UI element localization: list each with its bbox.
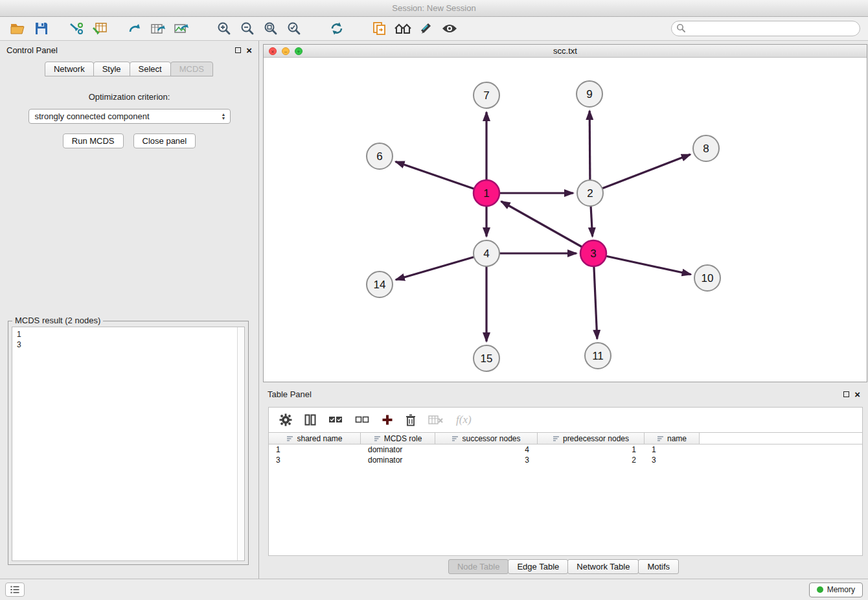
table-cell[interactable]: 1: [269, 444, 361, 455]
svg-text:11: 11: [592, 350, 604, 362]
delete-row-button[interactable]: [405, 414, 416, 426]
svg-text:15: 15: [481, 352, 493, 365]
node-table-container: f(x) shared nameMCDS rolesuccessor nodes…: [268, 407, 863, 556]
houses-button[interactable]: [393, 19, 413, 38]
graph-node-11[interactable]: 11: [585, 343, 611, 369]
graph-node-4[interactable]: 4: [474, 240, 499, 266]
mcds-result-line: 3: [17, 340, 233, 350]
refresh-view-button[interactable]: [326, 19, 347, 38]
show-columns-button[interactable]: [304, 414, 316, 426]
graph-edge-3-10[interactable]: [593, 253, 691, 275]
import-table-button[interactable]: [89, 19, 110, 38]
memory-button[interactable]: Memory: [809, 583, 863, 597]
table-tabs: Node TableEdge TableNetwork TableMotifs: [260, 559, 868, 574]
graph-node-8[interactable]: 8: [693, 135, 719, 161]
column-header-MCDS-role[interactable]: MCDS role: [361, 433, 435, 444]
control-tab-style[interactable]: Style: [93, 62, 130, 76]
graph-node-2[interactable]: 2: [577, 180, 603, 206]
show-graphics-details-button[interactable]: [439, 19, 460, 38]
export-network-icon: [128, 21, 142, 36]
graph-node-9[interactable]: 9: [577, 81, 602, 107]
zoom-fit-button[interactable]: [260, 19, 281, 38]
add-row-button[interactable]: [382, 414, 393, 426]
table-tab-edge-table[interactable]: Edge Table: [508, 559, 568, 574]
zoom-out-button[interactable]: [237, 19, 258, 38]
import-network-button[interactable]: [66, 19, 87, 38]
table-cell[interactable]: 1: [538, 444, 645, 455]
table-cell[interactable]: 3: [435, 455, 538, 465]
close-table-panel-icon[interactable]: ×: [854, 389, 860, 399]
export-image-button[interactable]: [171, 19, 192, 38]
table-cell[interactable]: 3: [645, 455, 700, 465]
graph-edge-4-14[interactable]: [396, 253, 486, 280]
table-header-row: shared nameMCDS rolesuccessor nodesprede…: [269, 432, 862, 444]
table-cell[interactable]: 3: [269, 455, 361, 465]
open-session-button[interactable]: [8, 19, 29, 38]
table-row[interactable]: 3dominator323: [269, 455, 862, 465]
zoom-selected-icon: [287, 21, 301, 36]
svg-text:10: 10: [702, 272, 714, 284]
search-input[interactable]: [671, 21, 860, 36]
graph-node-1[interactable]: 1: [474, 180, 499, 206]
table-cell[interactable]: 1: [645, 444, 700, 455]
column-header-name[interactable]: name: [645, 433, 700, 444]
graph-edge-3-1[interactable]: [501, 202, 593, 253]
graph-edge-2-8[interactable]: [590, 154, 691, 193]
zoom-selected-button[interactable]: [284, 19, 304, 38]
column-header-shared-name[interactable]: shared name: [269, 433, 361, 444]
graph-node-7[interactable]: 7: [474, 82, 499, 108]
deselect-all-button[interactable]: [355, 415, 369, 424]
control-tab-network[interactable]: Network: [45, 62, 94, 76]
criterion-dropdown[interactable]: strongly connected component ▲▼: [29, 109, 231, 124]
table-cell[interactable]: dominator: [361, 444, 435, 455]
save-session-button[interactable]: [31, 19, 52, 38]
column-header-label: name: [667, 434, 687, 443]
table-cell[interactable]: 4: [435, 444, 538, 455]
graph-node-14[interactable]: 14: [367, 271, 393, 297]
control-tab-mcds[interactable]: MCDS: [170, 62, 213, 76]
export-table-button[interactable]: [148, 19, 168, 38]
run-mcds-button[interactable]: Run MCDS: [63, 133, 124, 148]
graph-node-15[interactable]: 15: [474, 345, 499, 371]
graph-node-10[interactable]: 10: [694, 265, 720, 291]
sort-icon: [286, 435, 293, 442]
function-builder-button[interactable]: f(x): [456, 413, 472, 426]
network-window-titlebar: scc.txt × − +: [264, 45, 867, 58]
control-panel: Control Panel × NetworkStyleSelectMCDS O…: [0, 41, 259, 579]
float-table-panel-icon[interactable]: [843, 391, 849, 397]
clone-network-button[interactable]: [369, 19, 390, 38]
column-header-successor-nodes[interactable]: successor nodes: [435, 433, 538, 444]
table-cell[interactable]: 2: [538, 455, 645, 465]
result-scrollbar[interactable]: [237, 327, 244, 560]
sort-icon: [553, 435, 560, 442]
list-icon: [10, 586, 19, 594]
column-header-label: successor nodes: [462, 434, 520, 443]
table-row[interactable]: 1dominator411: [269, 444, 862, 455]
apply-style-button[interactable]: [416, 19, 437, 38]
close-panel-button[interactable]: Close panel: [133, 133, 196, 148]
graph-node-3[interactable]: 3: [580, 240, 606, 266]
window-titlebar: Session: New Session: [0, 0, 868, 17]
float-panel-icon[interactable]: [235, 47, 241, 53]
table-cell[interactable]: dominator: [361, 455, 435, 465]
table-settings-button[interactable]: [279, 413, 292, 426]
table-tab-motifs[interactable]: Motifs: [638, 559, 679, 574]
export-network-button[interactable]: [124, 19, 145, 38]
table-tab-node-table[interactable]: Node Table: [448, 559, 509, 574]
select-all-button[interactable]: [328, 415, 343, 424]
zoom-out-icon: [240, 21, 255, 36]
close-panel-icon[interactable]: ×: [246, 45, 252, 55]
sort-icon: [451, 435, 459, 442]
graph-edge-1-6[interactable]: [396, 161, 486, 193]
graph-node-6[interactable]: 6: [367, 143, 393, 169]
zoom-in-button[interactable]: [214, 19, 234, 38]
delete-table-button[interactable]: [428, 415, 444, 425]
control-tab-select[interactable]: Select: [130, 62, 171, 76]
mcds-result-text[interactable]: 13: [12, 327, 237, 560]
column-header-predecessor-nodes[interactable]: predecessor nodes: [538, 433, 645, 444]
table-tab-network-table[interactable]: Network Table: [567, 559, 639, 574]
mcds-result-line: 1: [17, 329, 233, 340]
network-canvas[interactable]: 7968124314101511: [264, 58, 867, 382]
export-table-icon: [150, 21, 166, 36]
task-history-button[interactable]: [5, 583, 25, 597]
